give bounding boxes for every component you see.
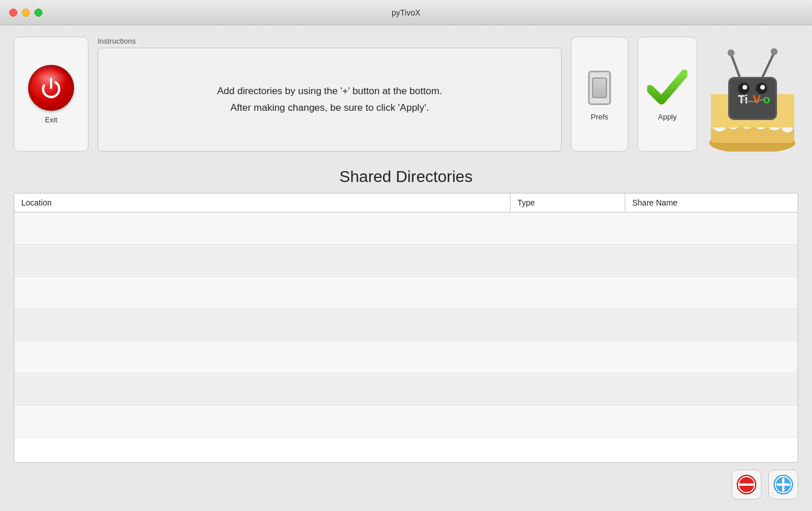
cell-location bbox=[14, 245, 511, 276]
svg-point-19 bbox=[771, 48, 778, 55]
cell-type bbox=[511, 277, 625, 308]
cell-location bbox=[14, 341, 511, 373]
cell-share-name bbox=[625, 245, 798, 276]
close-button[interactable] bbox=[9, 9, 17, 17]
no-sign-icon bbox=[736, 474, 757, 495]
checkmark-svg bbox=[647, 69, 687, 106]
svg-point-17 bbox=[728, 49, 734, 56]
topbar: Exit Instructions Add directories by usi… bbox=[14, 37, 798, 152]
cell-type bbox=[511, 405, 625, 437]
column-location: Location bbox=[14, 193, 511, 212]
table-row[interactable] bbox=[14, 405, 798, 438]
apply-button[interactable]: Apply bbox=[637, 37, 697, 152]
table-row[interactable] bbox=[14, 341, 798, 373]
instructions-line1: Add directories by using the '+' button … bbox=[217, 86, 442, 96]
power-icon bbox=[28, 65, 74, 111]
cell-type bbox=[511, 212, 625, 244]
power-symbol-svg bbox=[38, 75, 64, 100]
table-row[interactable] bbox=[14, 309, 798, 341]
shared-directories-title: Shared Directories bbox=[14, 168, 798, 186]
window-controls bbox=[9, 9, 42, 17]
svg-text:V: V bbox=[753, 93, 761, 106]
prefs-button[interactable]: Prefs bbox=[571, 37, 628, 152]
bottom-toolbar bbox=[14, 470, 798, 500]
svg-line-16 bbox=[731, 54, 740, 77]
instructions-section-label: Instructions bbox=[98, 37, 562, 45]
svg-point-23 bbox=[760, 85, 765, 90]
column-share-name: Share Name bbox=[625, 193, 798, 212]
toggle-switch-icon bbox=[588, 71, 611, 105]
cell-location bbox=[14, 405, 511, 437]
titlebar: pyTivoX bbox=[0, 0, 812, 25]
instructions-line2: After making changes, be sure to click '… bbox=[230, 102, 429, 113]
table-row[interactable] bbox=[14, 212, 798, 245]
svg-point-22 bbox=[743, 85, 747, 90]
cell-type bbox=[511, 373, 625, 405]
cell-share-name bbox=[625, 373, 798, 405]
prefs-label: Prefs bbox=[591, 113, 608, 121]
cell-location bbox=[14, 373, 511, 405]
instructions-panel: Instructions Add directories by using th… bbox=[98, 37, 562, 152]
instructions-text: Add directories by using the '+' button … bbox=[217, 83, 442, 117]
apply-label: Apply bbox=[658, 113, 677, 121]
cell-location bbox=[14, 212, 511, 244]
instructions-box: Add directories by using the '+' button … bbox=[98, 48, 562, 152]
cell-type bbox=[511, 309, 625, 340]
table-row[interactable] bbox=[14, 373, 798, 405]
cell-share-name bbox=[625, 405, 798, 437]
table-body bbox=[14, 212, 798, 462]
plus-icon bbox=[773, 474, 794, 495]
shared-directories-section: Shared Directories Location Type Share N… bbox=[14, 168, 798, 500]
exit-button[interactable]: Exit bbox=[14, 37, 88, 152]
toggle-knob bbox=[592, 78, 607, 98]
svg-line-18 bbox=[763, 53, 774, 77]
maximize-button[interactable] bbox=[34, 9, 42, 17]
column-type: Type bbox=[511, 193, 625, 212]
cell-share-name bbox=[625, 277, 798, 308]
cell-location bbox=[14, 277, 511, 308]
tivo-mascot-svg: Ti V o bbox=[708, 37, 797, 152]
cell-location bbox=[14, 309, 511, 340]
exit-label: Exit bbox=[45, 115, 57, 124]
table-header: Location Type Share Name bbox=[14, 193, 798, 212]
delete-button[interactable] bbox=[732, 470, 761, 500]
cell-share-name bbox=[625, 341, 798, 373]
cell-share-name bbox=[625, 309, 798, 340]
apply-icon bbox=[647, 68, 687, 108]
tivo-mascot: Ti V o bbox=[706, 37, 798, 152]
prefs-icon bbox=[582, 68, 617, 108]
table-row[interactable] bbox=[14, 245, 798, 277]
table-row[interactable] bbox=[14, 277, 798, 309]
directories-table: Location Type Share Name bbox=[14, 193, 798, 463]
add-button[interactable] bbox=[768, 470, 798, 500]
main-content: Exit Instructions Add directories by usi… bbox=[0, 25, 812, 511]
window-title: pyTivoX bbox=[392, 8, 420, 17]
cell-type bbox=[511, 341, 625, 373]
cell-type bbox=[511, 245, 625, 276]
cell-share-name bbox=[625, 212, 798, 244]
minimize-button[interactable] bbox=[22, 9, 30, 17]
